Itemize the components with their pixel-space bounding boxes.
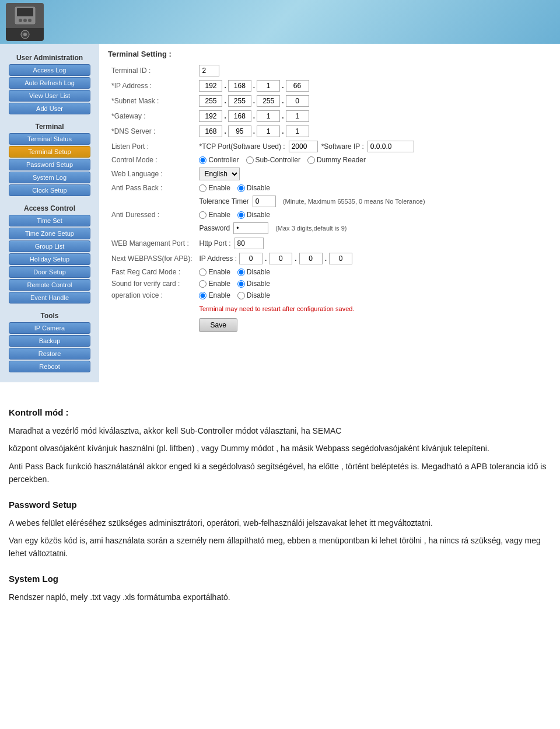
- fast-reg-disable-radio[interactable]: [237, 268, 245, 276]
- subnet-octet-3[interactable]: [257, 95, 280, 107]
- fast-reg-enable[interactable]: Enable: [199, 268, 230, 276]
- fast-reg-enable-radio[interactable]: [199, 268, 206, 276]
- apb-enable-radio[interactable]: [199, 184, 206, 192]
- sidebar-item-system-log[interactable]: System Log: [9, 172, 90, 183]
- sound-enable-label: Enable: [208, 280, 230, 288]
- control-mode-radio-dummy[interactable]: [307, 156, 315, 164]
- sidebar-item-ip-camera[interactable]: IP Camera: [9, 322, 90, 334]
- ip-address-label: *IP Address :: [108, 78, 195, 93]
- sidebar-item-reboot[interactable]: Reboot: [9, 361, 90, 372]
- sidebar-item-auto-refresh-log[interactable]: Auto Refresh Log: [9, 77, 90, 89]
- gateway-label: *Gateway :: [108, 109, 195, 124]
- sidebar-item-group-list[interactable]: Group List: [9, 240, 90, 252]
- subnet-octet-1[interactable]: [199, 95, 222, 107]
- gateway-dot-3: .: [282, 112, 284, 120]
- sidebar-item-restore[interactable]: Restore: [9, 348, 90, 360]
- tolerance-group: Tolerance Timer (Minute, Maximum 65535, …: [199, 196, 548, 207]
- nwp-octet-1[interactable]: [239, 253, 262, 264]
- sidebar-item-terminal-setup[interactable]: Terminal Setup: [9, 146, 90, 158]
- ad-disable[interactable]: Disable: [237, 211, 270, 219]
- sound-enable-radio[interactable]: [199, 280, 206, 288]
- subnet-octet-2[interactable]: [228, 95, 251, 107]
- apb-disable-label: Disable: [247, 184, 270, 192]
- apb-enable[interactable]: Enable: [199, 184, 230, 192]
- sidebar-item-event-handle[interactable]: Event Handle: [9, 292, 90, 304]
- sidebar-item-backup[interactable]: Backup: [9, 335, 90, 347]
- sound-verify-group: Enable Disable: [199, 280, 548, 288]
- sidebar-item-time-zone-setup[interactable]: Time Zone Setup: [9, 228, 90, 239]
- web-language-select[interactable]: English: [199, 168, 240, 180]
- control-mode-sub-controller[interactable]: Sub-Controller: [246, 156, 300, 164]
- control-mode-radio-sub[interactable]: [246, 156, 254, 164]
- apb-disable-radio[interactable]: [237, 184, 245, 192]
- password-p1: A webes felület eléréséhez szükséges adm…: [9, 517, 551, 529]
- control-mode-dummy-reader[interactable]: Dummy Reader: [307, 156, 366, 164]
- op-voice-enable-label: Enable: [208, 291, 230, 299]
- gateway-dot-1: .: [224, 112, 226, 120]
- http-port-input[interactable]: [235, 238, 264, 249]
- fast-reg-disable[interactable]: Disable: [237, 268, 270, 276]
- gateway-octet-2[interactable]: [228, 110, 251, 122]
- op-voice-disable-radio[interactable]: [237, 292, 245, 299]
- web-language-label: Web Language :: [108, 166, 195, 182]
- dns-octet-2[interactable]: [228, 125, 251, 137]
- control-mode-controller[interactable]: Controller: [199, 156, 239, 164]
- control-mode-controller-label: Controller: [208, 156, 239, 164]
- ad-enable-radio[interactable]: [199, 211, 206, 219]
- tolerance-timer-input[interactable]: [253, 196, 276, 207]
- op-voice-enable-radio[interactable]: [199, 292, 206, 299]
- ad-disable-radio[interactable]: [237, 211, 245, 219]
- logo: [6, 3, 44, 41]
- tcp-port-input[interactable]: [289, 141, 318, 152]
- sound-disable[interactable]: Disable: [237, 280, 270, 288]
- sound-disable-radio[interactable]: [237, 280, 245, 288]
- ip-octet-1[interactable]: [199, 80, 222, 92]
- sidebar-item-password-setup[interactable]: Password Setup: [9, 159, 90, 170]
- ip-dot-3: .: [282, 82, 284, 90]
- save-button[interactable]: Save: [199, 318, 237, 332]
- sidebar-item-time-set[interactable]: Time Set: [9, 215, 90, 226]
- control-mode-radio-controller[interactable]: [199, 156, 206, 164]
- sound-disable-label: Disable: [247, 280, 270, 288]
- op-voice-enable[interactable]: Enable: [199, 291, 230, 299]
- sidebar-item-remote-control[interactable]: Remote Control: [9, 279, 90, 291]
- svg-rect-1: [17, 8, 33, 16]
- nwp-octet-4[interactable]: [329, 253, 352, 264]
- fast-reg-group: Enable Disable: [199, 268, 548, 276]
- sidebar-item-add-user[interactable]: Add User: [9, 103, 90, 114]
- dns-dot-1: .: [224, 127, 226, 135]
- nwp-octet-2[interactable]: [269, 253, 292, 264]
- gateway-octet-4[interactable]: [286, 110, 309, 122]
- subnet-octet-4[interactable]: [286, 95, 309, 107]
- ip-octet-3[interactable]: [257, 80, 280, 92]
- gateway-octet-1[interactable]: [199, 110, 222, 122]
- sidebar-item-terminal-status[interactable]: Terminal Status: [9, 133, 90, 145]
- apb-disable[interactable]: Disable: [237, 184, 270, 192]
- gateway-row: *Gateway : . . .: [108, 109, 551, 124]
- sidebar-item-clock-setup[interactable]: Clock Setup: [9, 184, 90, 196]
- terminal-id-input[interactable]: [199, 65, 219, 76]
- ip-octet-4[interactable]: [286, 80, 309, 92]
- dns-server-label: *DNS Server :: [108, 124, 195, 139]
- anti-duressed-row: Anti Duressed : Enable Disable: [108, 209, 551, 221]
- next-webpass-group: IP Address : . . .: [199, 253, 548, 264]
- sidebar-item-view-user-list[interactable]: View User List: [9, 90, 90, 102]
- op-voice-disable[interactable]: Disable: [237, 291, 270, 299]
- sidebar-item-access-log[interactable]: Access Log: [9, 64, 90, 76]
- password-field-label: Password: [199, 224, 230, 232]
- gateway-octet-3[interactable]: [257, 110, 280, 122]
- sound-enable[interactable]: Enable: [199, 280, 230, 288]
- ip-octet-2[interactable]: [228, 80, 251, 92]
- ad-enable[interactable]: Enable: [199, 211, 230, 219]
- password-input[interactable]: [233, 222, 268, 234]
- kontroll-p2: központ olvasójaként kívánjuk használni …: [9, 442, 551, 455]
- dns-octet-4[interactable]: [286, 125, 309, 137]
- next-webpass-row: Next WEBPASS(for APB): IP Address : . . …: [108, 251, 551, 266]
- nwp-octet-3[interactable]: [299, 253, 323, 264]
- dns-octet-3[interactable]: [257, 125, 280, 137]
- sidebar-item-door-setup[interactable]: Door Setup: [9, 266, 90, 278]
- sidebar-item-holiday-setup[interactable]: Holiday Setup: [9, 253, 90, 265]
- software-ip-input[interactable]: [368, 141, 414, 152]
- terminal-id-row: Terminal ID :: [108, 63, 551, 78]
- dns-octet-1[interactable]: [199, 125, 222, 137]
